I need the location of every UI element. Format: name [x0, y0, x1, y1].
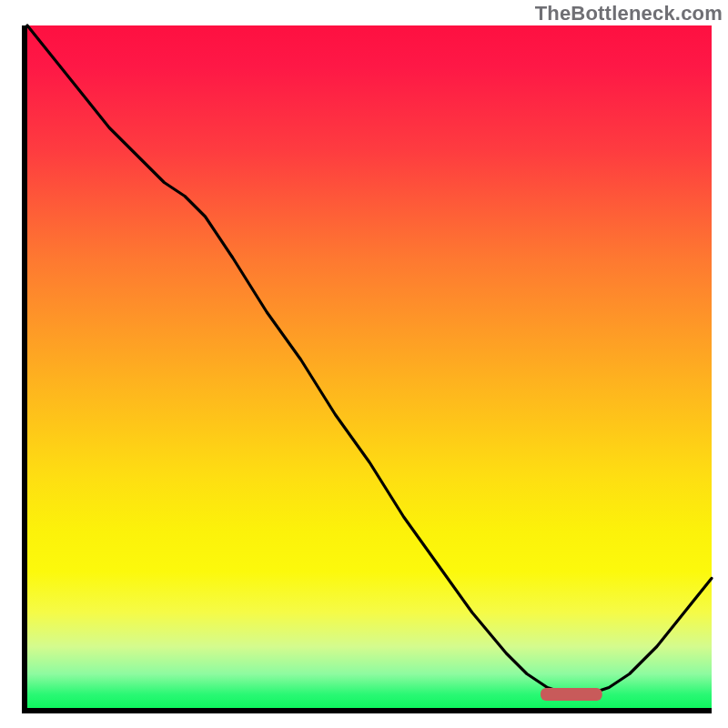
plot-area — [22, 25, 712, 713]
data-curve — [27, 25, 712, 694]
chart-container: TheBottleneck.com — [0, 0, 728, 728]
chart-frame — [16, 25, 712, 713]
chart-overlay — [27, 25, 712, 708]
optimum-marker — [541, 688, 602, 701]
watermark-text: TheBottleneck.com — [535, 2, 723, 25]
